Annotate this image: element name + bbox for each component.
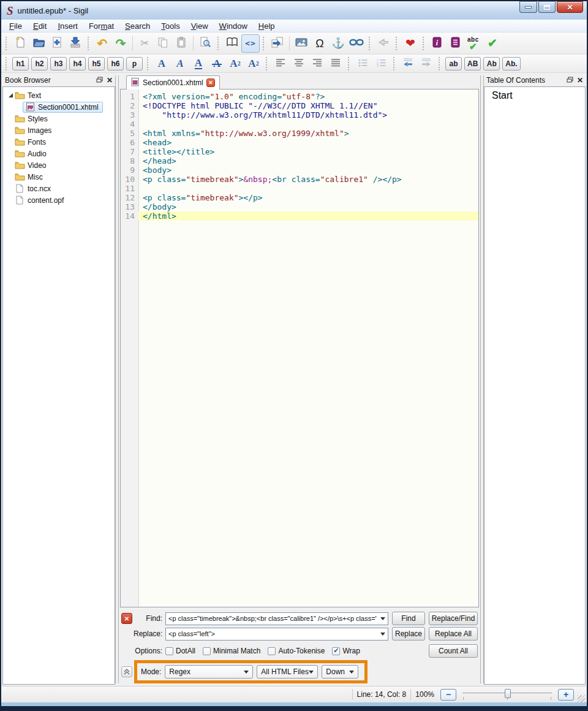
code-line[interactable]: 13</body> [121, 202, 478, 211]
paragraph-button[interactable]: p [126, 57, 143, 70]
zoom-slider[interactable] [461, 688, 553, 701]
align-right-button[interactable] [308, 56, 326, 72]
replace-find-button[interactable]: Replace/Find [429, 612, 478, 625]
donate-button[interactable]: ❤ [401, 34, 420, 53]
toolbar-handle[interactable] [369, 37, 372, 50]
option-minimal-match[interactable]: Minimal Match [203, 647, 260, 655]
code-view-button[interactable]: <> [241, 34, 260, 53]
toolbar-handle[interactable] [396, 37, 399, 50]
add-existing-files-button[interactable] [48, 34, 66, 53]
option-auto-tokenise[interactable]: Auto-Tokenise [268, 647, 325, 655]
book-view-button[interactable] [223, 34, 241, 53]
toolbar-handle[interactable] [393, 57, 396, 70]
new-file-button[interactable] [11, 34, 29, 53]
split-section-button[interactable] [268, 34, 287, 53]
superscript-button[interactable]: A2 [244, 56, 263, 72]
chevron-down-icon[interactable] [380, 617, 385, 620]
code-line[interactable]: 6<head> [121, 138, 478, 147]
toolbar-handle[interactable] [147, 57, 150, 70]
save-button[interactable] [66, 34, 85, 53]
close-button[interactable]: ✕ [557, 1, 583, 13]
insert-link-button[interactable] [347, 34, 366, 53]
minimize-button[interactable] [519, 1, 537, 13]
tab-section0001[interactable]: Section0001.xhtml ✕ [126, 75, 220, 89]
back-button[interactable] [374, 34, 393, 53]
align-left-button[interactable] [271, 56, 290, 72]
minimal-match-checkbox[interactable] [203, 647, 211, 655]
float-panel-icon[interactable] [567, 76, 573, 85]
code-line[interactable]: 11 [121, 184, 478, 193]
close-panel-icon[interactable]: ✕ [577, 77, 583, 84]
toolbar-handle[interactable] [439, 57, 442, 70]
tree-item-misc-folder[interactable]: Misc [4, 171, 113, 183]
code-line[interactable]: 2<!DOCTYPE html PUBLIC "-//W3C//DTD XHTM… [121, 101, 478, 110]
restore-button[interactable] [538, 1, 556, 13]
tree-item-images-folder[interactable]: Images [4, 124, 113, 136]
align-justify-button[interactable] [326, 56, 345, 72]
spellcheck-button[interactable]: abc✔ [465, 34, 483, 53]
code-line[interactable]: 9<body> [121, 165, 478, 175]
chevron-down-icon[interactable] [380, 633, 385, 636]
toolbar-handle[interactable] [423, 37, 426, 50]
close-panel-icon[interactable]: ✕ [107, 77, 113, 84]
find-input[interactable]: <p class="timebreak">&nbsp;<br class="ca… [165, 612, 388, 625]
tree-item-toc-ncx[interactable]: toc.ncx [4, 183, 113, 194]
menu-tools[interactable]: Tools [156, 20, 185, 32]
bold-button[interactable]: A [153, 56, 171, 72]
resize-grip[interactable] [578, 695, 585, 702]
wrap-checkbox[interactable] [332, 647, 340, 655]
title-bar[interactable]: S untitled.epub* - Sigil ✕ [1, 1, 587, 20]
code-line[interactable]: 4 [121, 120, 478, 129]
metadata-editor-button[interactable]: i [428, 34, 447, 53]
code-line[interactable]: 12<p class="timebreak"></p> [121, 193, 478, 202]
toc-item-start[interactable]: Start [484, 89, 585, 101]
heading-5-button[interactable]: h5 [88, 57, 105, 70]
tree-item-section0001[interactable]: Section0001.xhtml [13, 101, 113, 113]
tree-item-text-folder[interactable]: Text [4, 89, 113, 101]
menu-format[interactable]: Format [83, 20, 119, 32]
numbered-list-button[interactable]: 123 [372, 56, 390, 72]
replace-all-button[interactable]: Replace All [429, 627, 478, 641]
uppercase-button[interactable]: AB [464, 57, 481, 70]
heading-3-button[interactable]: h3 [50, 57, 67, 70]
subscript-button[interactable]: A2 [226, 56, 244, 72]
paste-button[interactable] [172, 34, 190, 53]
tree-item-styles-folder[interactable]: Styles [4, 113, 113, 124]
toolbar-handle[interactable] [263, 37, 266, 50]
zoom-out-button[interactable]: − [440, 689, 456, 701]
heading-1-button[interactable]: h1 [12, 57, 29, 70]
tab-close-icon[interactable]: ✕ [206, 78, 215, 87]
code-editor[interactable]: 1<?xml version="1.0" encoding="utf-8"?> … [120, 89, 479, 607]
decrease-indent-button[interactable] [399, 56, 417, 72]
align-center-button[interactable] [290, 56, 308, 72]
toolbar-handle[interactable] [266, 57, 269, 70]
auto-tokenise-checkbox[interactable] [268, 647, 276, 655]
toolbar-handle[interactable] [6, 57, 9, 70]
expand-arrow-icon[interactable] [7, 93, 14, 98]
menu-view[interactable]: View [186, 20, 214, 32]
validate-epub-button[interactable]: ✔ [483, 34, 502, 53]
capitalize-button[interactable]: Ab. [502, 57, 520, 70]
tree-item-audio-folder[interactable]: Audio [4, 148, 113, 159]
files-select[interactable]: All HTML Files [257, 665, 318, 679]
lowercase-button[interactable]: ab [445, 57, 462, 70]
tree-item-fonts-folder[interactable]: Fonts [4, 136, 113, 148]
find-panel-close-button[interactable]: ✕ [121, 613, 132, 624]
code-line[interactable]: 7<title></title> [121, 147, 478, 156]
insert-image-button[interactable] [292, 34, 311, 53]
toolbar-handle[interactable] [88, 37, 91, 50]
find-button[interactable]: Find [392, 612, 425, 625]
heading-2-button[interactable]: h2 [31, 57, 48, 70]
option-wrap[interactable]: Wrap [332, 647, 360, 655]
strikethrough-button[interactable]: A [208, 56, 226, 72]
direction-select[interactable]: Down [322, 665, 358, 679]
increase-indent-button[interactable] [417, 56, 435, 72]
heading-4-button[interactable]: h4 [69, 57, 86, 70]
toc-editor-button[interactable] [447, 34, 465, 53]
option-dotall[interactable]: DotAll [165, 647, 195, 655]
menu-insert[interactable]: Insert [52, 20, 83, 32]
toolbar-handle[interactable] [217, 37, 221, 50]
tree-item-content-opf[interactable]: content.opf [4, 194, 113, 206]
float-panel-icon[interactable] [96, 76, 103, 85]
code-line[interactable]: 5<html xmlns="http://www.w3.org/1999/xht… [121, 129, 478, 138]
